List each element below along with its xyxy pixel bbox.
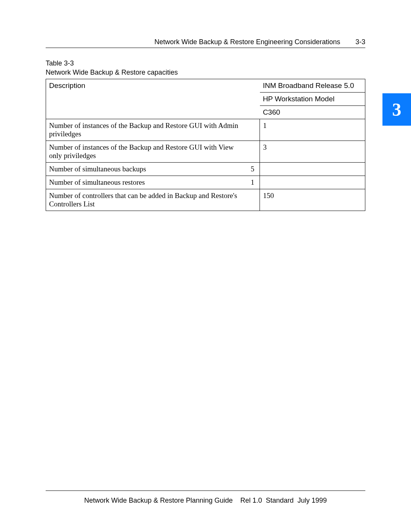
footer-date: July 1999 [298, 497, 327, 504]
cell-mid: 5 [244, 162, 260, 176]
cell-mid [244, 189, 260, 211]
page-footer: Network Wide Backup & Restore Planning G… [46, 497, 365, 505]
table-header-row: Description INM Broadband Release 5.0 [46, 79, 365, 92]
cell-value: 3 [260, 141, 365, 162]
cell-mid [244, 119, 260, 141]
footer-release: Rel 1.0 [241, 497, 262, 504]
cell-value: 150 [260, 189, 365, 211]
cell-value [260, 176, 365, 189]
cell-description: Number of controllers that can be added … [46, 189, 244, 211]
table-row: Number of instances of the Backup and Re… [46, 141, 365, 162]
table-row: Number of simultaneous backups 5 [46, 162, 365, 176]
capacities-table: Description INM Broadband Release 5.0 HP… [46, 79, 365, 211]
footer-standard: Standard [266, 497, 294, 504]
table-caption-title: Network Wide Backup & Restore capacities [46, 68, 365, 77]
col-header-release: INM Broadband Release 5.0 [260, 79, 365, 92]
cell-description: Number of simultaneous restores [46, 176, 244, 189]
cell-description: Number of instances of the Backup and Re… [46, 119, 244, 141]
col-header-model: HP Workstation Model [260, 92, 365, 105]
cell-description: Number of instances of the Backup and Re… [46, 141, 244, 162]
col-header-c360: C360 [260, 105, 365, 119]
col-header-spacer [244, 79, 260, 92]
page-header: Network Wide Backup & Restore Engineerin… [46, 38, 365, 48]
table-caption: Table 3-3 Network Wide Backup & Restore … [46, 59, 365, 77]
table-row: Number of simultaneous restores 1 [46, 176, 365, 189]
cell-value [260, 162, 365, 176]
table-header-row: HP Workstation Model [46, 92, 365, 105]
col-header-description: Description [46, 79, 244, 92]
cell-mid [244, 141, 260, 162]
table-caption-number: Table 3-3 [46, 59, 365, 68]
cell-value: 1 [260, 119, 365, 141]
footer-doc: Network Wide Backup & Restore Planning G… [84, 497, 233, 504]
cell-mid: 1 [244, 176, 260, 189]
table-row: Number of instances of the Backup and Re… [46, 119, 365, 141]
table-header-row: C360 [46, 105, 365, 119]
header-title: Network Wide Backup & Restore Engineerin… [155, 38, 340, 46]
header-page-number: 3-3 [355, 38, 365, 46]
footer-rule [46, 490, 365, 491]
table-row: Number of controllers that can be added … [46, 189, 365, 211]
cell-description: Number of simultaneous backups [46, 162, 244, 176]
